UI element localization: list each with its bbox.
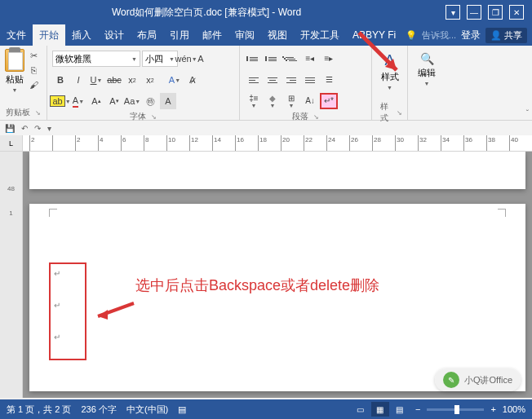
align-right-button[interactable] [282,72,300,88]
paste-button[interactable]: 粘贴 ▼ [5,49,24,107]
read-mode-icon[interactable]: ▭ [352,402,370,417]
paragraph-label: 段落 [292,111,308,122]
distribute-button[interactable]: ☰ [320,72,338,88]
window-title: Word如何删除空白页.doc [兼容模式] - Word [112,6,334,20]
decrease-indent-button[interactable]: ≡◂ [301,51,319,67]
tab-abbyy[interactable]: ABBYY Fi [346,24,402,46]
multilevel-button[interactable] [282,51,300,67]
shrink-font-button[interactable]: A▾ [106,93,122,109]
save-icon[interactable]: 💾 [5,124,15,133]
zoom-out-icon[interactable]: − [415,404,420,414]
paragraph-mark-icon: ↵ [51,264,85,283]
increase-indent-button[interactable]: ≡▸ [320,51,338,67]
styles-button[interactable]: A 样式 ▼ [381,49,399,107]
tab-references[interactable]: 引用 [163,24,196,46]
font-label: 字体 [130,111,146,122]
strikethrough-button[interactable]: abc [106,72,122,88]
tab-design[interactable]: 设计 [98,24,131,46]
cut-icon[interactable]: ✂ [27,51,40,62]
close-icon[interactable]: ✕ [509,5,524,20]
minimize-icon[interactable]: — [467,5,481,20]
restore-icon[interactable]: ❐ [488,5,503,20]
align-center-button[interactable] [264,72,282,88]
show-hide-marks-button[interactable]: ↵* [320,93,338,109]
zoom-level[interactable]: 100% [503,404,525,414]
styles-launcher-icon[interactable]: ↘ [397,109,402,117]
tell-me-input[interactable]: 告诉我... [422,29,456,42]
share-button[interactable]: 👤共享 [485,28,527,43]
tutorial-arrow-icon [91,300,137,321]
highlight-button[interactable]: ab▼ [52,93,69,109]
tab-insert[interactable]: 插入 [65,24,98,46]
status-language[interactable]: 中文(中国) [126,404,168,416]
text-effects-icon[interactable]: A▼ [166,72,183,88]
borders-button[interactable]: ⊞▼ [282,93,300,109]
clear-format-icon[interactable]: A̷ [184,72,201,88]
justify-button[interactable] [301,72,319,88]
change-case-button[interactable]: Aa▼ [124,93,140,109]
font-launcher-icon[interactable]: ↘ [151,113,157,121]
document-canvas[interactable]: ↵ ↵ ↵ 选中后点击Backspace或者delete删除 [23,152,532,398]
tab-developer[interactable]: 开发工具 [294,24,346,46]
tab-review[interactable]: 审阅 [228,24,261,46]
font-size-select[interactable]: 小四▼ [142,51,178,67]
char-shading-icon[interactable]: A [160,93,176,109]
horizontal-ruler[interactable]: 2246810121416182022242628303234363840 [23,135,532,151]
paste-icon [5,49,24,72]
margin-mark-icon [498,209,506,217]
shading-button[interactable]: ◆▼ [264,93,282,109]
font-color-button[interactable]: A▼ [70,93,86,109]
tab-home[interactable]: 开始 [33,24,65,46]
page-1[interactable] [29,152,525,189]
zoom-slider[interactable] [427,408,484,411]
sort-button[interactable]: A↓ [301,93,319,109]
tab-file[interactable]: 文件 [0,24,33,46]
phonetic-guide-icon[interactable]: wén▼ [180,51,193,67]
tab-selector[interactable]: L [0,135,23,151]
status-words[interactable]: 236 个字 [81,404,116,416]
lightbulb-icon: 💡 [406,30,417,41]
grow-font-button[interactable]: A▴ [88,93,104,109]
macro-icon[interactable]: ▤ [178,404,186,415]
enclose-char-icon[interactable]: ㊕ [142,93,158,109]
paragraph-launcher-icon[interactable]: ↘ [313,113,319,121]
copy-icon[interactable]: ⎘ [27,65,40,77]
line-spacing-button[interactable]: ‡≡▼ [245,93,263,109]
tab-view[interactable]: 视图 [261,24,294,46]
redo-icon[interactable]: ↷ [34,124,41,133]
font-name-select[interactable]: 微软雅黑▼ [52,51,140,67]
collapse-ribbon-icon[interactable]: ˇ [526,109,529,118]
bold-button[interactable]: B [52,72,69,88]
editing-button[interactable]: 🔍 编辑 ▼ [418,49,436,107]
tab-layout[interactable]: 布局 [131,24,163,46]
status-page[interactable]: 第 1 页，共 2 页 [7,404,71,416]
clipboard-launcher-icon[interactable]: ↘ [35,109,41,117]
signin-link[interactable]: 登录 [461,29,481,42]
margin-mark-icon [49,209,57,217]
subscript-button[interactable]: x2 [124,72,140,88]
ribbon-options-icon[interactable]: ▾ [446,5,460,20]
styles-icon: A [384,52,394,69]
underline-button[interactable]: U▼ [88,72,104,88]
print-layout-icon[interactable]: ▦ [371,402,389,417]
superscript-button[interactable]: x2 [142,72,158,88]
italic-button[interactable]: I [70,72,86,88]
paragraph-mark-icon: ↵ [51,328,85,346]
numbering-button[interactable] [264,51,282,67]
clipboard-label: 剪贴板 [6,107,30,118]
tab-mailings[interactable]: 邮件 [196,24,228,46]
web-layout-icon[interactable]: ▤ [391,402,409,417]
page-2[interactable]: ↵ ↵ ↵ 选中后点击Backspace或者delete删除 [29,204,525,391]
zoom-in-icon[interactable]: + [490,404,495,414]
format-painter-icon[interactable]: 🖌 [27,80,40,91]
undo-icon[interactable]: ↶ [21,124,28,133]
align-left-button[interactable] [245,72,263,88]
wechat-icon: ✎ [443,372,459,388]
char-border-icon[interactable]: A [194,51,207,67]
tutorial-text: 选中后点击Backspace或者delete删除 [135,276,379,295]
find-icon: 🔍 [420,52,434,65]
qat-more-icon[interactable]: ▾ [47,124,51,133]
vertical-ruler[interactable]: 481 [0,152,23,398]
bullets-button[interactable] [245,51,263,67]
paragraph-mark-icon: ↵ [51,296,85,315]
